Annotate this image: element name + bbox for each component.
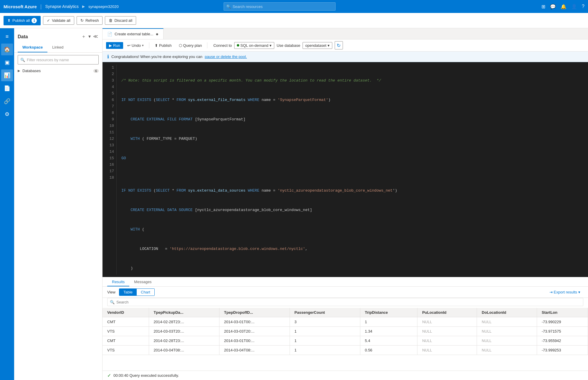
publish-label: Publish [159,43,172,48]
breadcrumb-arrow: ▶ [82,4,85,9]
table-cell: NULL [477,327,537,336]
data-table[interactable]: VendorID TpepPickupDa... TpepDropoffD...… [103,308,588,371]
main-layout: ≡ 🏠 ▣ 📊 📄 🔗 ⚙ Data ＋ ▾ ≪ Workspace Linke… [0,28,588,380]
chart-view-button[interactable]: Chart [137,289,154,296]
connect-to-label: Connect to [213,43,232,48]
top-bar: Microsoft Azure | Synapse Analytics ▶ sy… [0,0,588,13]
table-row: CMT2014-02-28T23:...2014-03-01T00:...15.… [103,336,588,346]
table-cell: 1 [290,336,360,346]
database-dropdown[interactable]: opendataset ▾ [303,42,332,49]
col-tpepdropoff: TpepDropoffD... [219,308,290,317]
sidebar-expand-icon[interactable]: ≡ [1,31,13,42]
publish-badge: 1 [32,18,37,23]
databases-label: Databases [22,69,41,73]
results-search-bar[interactable]: 🔍 [107,298,583,306]
publish-all-button[interactable]: ⬆ Publish all 1 [4,16,41,25]
export-button[interactable]: ⇥ Export results ▾ [546,289,583,296]
sidebar-monitor-icon[interactable]: ▣ [1,57,13,68]
tab-title: Create external table... [115,32,153,36]
table-cell: 2014-03-03T20:... [219,327,290,336]
sql-on-demand-dropdown[interactable]: SQL on-demand ▾ [234,42,274,49]
query-plan-icon: ⬡ [179,43,182,48]
action-bar: ▶ Run ↩ Undo ▾ ⬆ Publish ⬡ Query plan Co… [103,39,588,52]
sidebar-manage-icon[interactable]: ⚙ [1,108,13,120]
table-view-button[interactable]: Table [119,289,137,296]
top-bar-separator: | [40,4,42,10]
portal-icon[interactable]: ⊞ [541,4,545,9]
search-input[interactable] [233,4,333,9]
code-content[interactable]: /* Note: this script is filtered on a sp… [117,64,588,275]
refresh-button[interactable]: ↻ Refresh [77,16,103,25]
results-tabs: Results Messages [103,277,588,287]
feedback-icon[interactable]: 💬 [550,4,556,9]
tab-workspace[interactable]: Workspace [18,43,47,52]
sidebar-icons: ≡ 🏠 ▣ 📊 📄 🔗 ⚙ [0,28,14,380]
table-cell: 5.4 [360,336,417,346]
undo-button[interactable]: ↩ Undo ▾ [124,42,147,49]
resource-name[interactable]: synapsepm32020 [88,4,119,9]
filter-resources[interactable]: 🔍 [18,55,99,64]
table-cell: 2014-02-28T23:... [149,317,219,327]
add-button[interactable]: ＋ [81,33,87,40]
table-cell: NULL [477,336,537,346]
account-icon[interactable]: 👤 [571,4,577,9]
sidebar-home-icon[interactable]: 🏠 [1,44,13,55]
publish-button[interactable]: ⬆ Publish [152,42,175,49]
table-cell: VTS [103,346,149,355]
editor-area: 📄 Create external table... ● ▶ Run ↩ Und… [103,28,588,380]
connection-refresh-button[interactable]: ↻ [335,41,343,49]
table-cell: -73.955942 [537,336,588,346]
export-chevron: ▾ [578,290,580,294]
table-cell: -73.990229 [537,317,588,327]
table-cell: 2014-03-01T00:... [219,317,290,327]
table-cell: VTS [103,327,149,336]
table-cell: 1 [290,346,360,355]
search-bar[interactable]: 🔍 [224,2,336,11]
notifications-icon[interactable]: 🔔 [561,4,566,9]
refresh-icon: ↻ [80,18,84,23]
export-icon: ⇥ [549,290,553,294]
info-text: Congratulations! When you're done explor… [111,54,202,59]
discard-all-button[interactable]: 🗑 Discard all [105,16,136,25]
synapse-service-label[interactable]: Synapse Analytics [45,4,79,9]
results-search-input[interactable] [116,300,581,304]
sidebar-develop-icon[interactable]: 📄 [1,82,13,94]
table-cell: 0.56 [360,346,417,355]
tab-messages[interactable]: Messages [129,277,156,286]
results-search-icon: 🔍 [110,300,115,304]
sidebar-integrate-icon[interactable]: 🔗 [1,95,13,107]
status-text: 00:00:40 Query executed successfully. [113,373,179,378]
editor-tab-create-external[interactable]: 📄 Create external table... ● [103,28,163,39]
table-cell: NULL [417,336,477,346]
tab-results[interactable]: Results [107,277,129,286]
table-cell: NULL [417,346,477,355]
table-cell: NULL [417,317,477,327]
results-area: Results Messages View Table Chart ⇥ Expo… [103,277,588,380]
table-cell: NULL [477,346,537,355]
line-numbers: 12345 678910 1112131415 161718 [103,64,117,275]
info-link[interactable]: pause or delete the pool. [205,54,247,59]
table-cell: NULL [477,317,537,327]
filter-input[interactable] [27,58,96,62]
run-button[interactable]: ▶ Run [106,42,123,49]
data-panel-actions: ＋ ▾ ≪ [81,33,99,40]
validate-all-label: Validate all [52,18,70,23]
sidebar-data-icon[interactable]: 📊 [1,69,13,81]
undo-dropdown-icon[interactable]: ▾ [142,44,144,47]
table-cell: 1.34 [360,327,417,336]
discard-icon: 🗑 [109,18,113,23]
validate-all-button[interactable]: ✓ Validate all [43,16,74,25]
query-plan-button[interactable]: ⬡ Query plan [176,42,205,49]
databases-tree-item[interactable]: ▶ Databases 6 [14,67,102,75]
collapse-button[interactable]: ≪ [93,33,99,40]
table-header-row: VendorID TpepPickupDa... TpepDropoffD...… [103,308,588,317]
help-icon[interactable]: ? [582,4,584,9]
filter-button[interactable]: ▾ [88,33,91,40]
top-bar-icons: ⊞ 💬 🔔 👤 ? [541,4,584,9]
table-cell: CMT [103,317,149,327]
tab-linked[interactable]: Linked [47,43,68,52]
code-editor[interactable]: 12345 678910 1112131415 161718 /* Note: … [103,62,588,277]
table-cell: 1 [290,327,360,336]
tab-close[interactable]: ● [156,31,159,37]
azure-logo: Microsoft Azure [4,4,37,9]
